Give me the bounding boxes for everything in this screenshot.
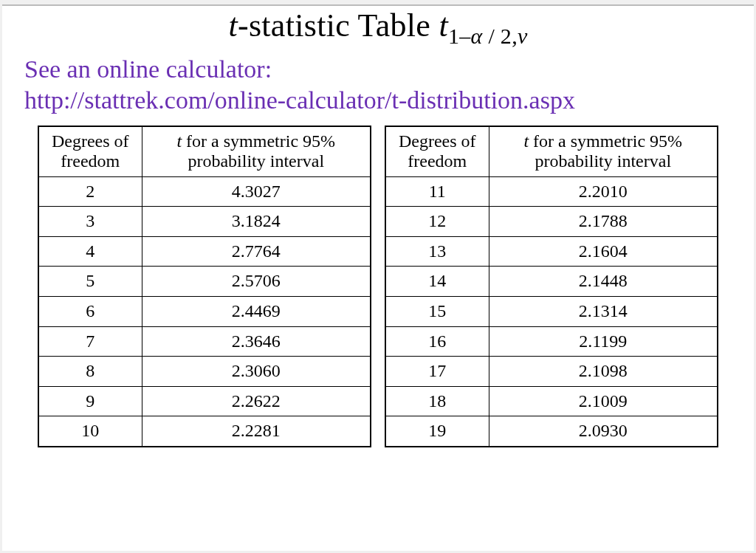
table-row: 112.2010 bbox=[385, 176, 718, 207]
table-row: 162.1199 bbox=[385, 326, 718, 357]
table-row: 33.1824 bbox=[38, 207, 371, 237]
table-row: 122.1788 bbox=[385, 207, 718, 237]
table-row: 62.4469 bbox=[38, 297, 371, 327]
cell-degrees-of-freedom: 13 bbox=[385, 236, 489, 267]
cell-degrees-of-freedom: 19 bbox=[385, 416, 489, 447]
cell-t-value: 2.1199 bbox=[489, 326, 718, 357]
cell-t-value: 3.1824 bbox=[142, 207, 371, 237]
cell-degrees-of-freedom: 3 bbox=[38, 207, 142, 237]
cell-t-value: 2.1604 bbox=[489, 236, 718, 267]
t-table-right: Degrees offreedom t for a symmetric 95%p… bbox=[385, 126, 718, 448]
cell-degrees-of-freedom: 12 bbox=[385, 207, 489, 237]
table-row: 72.3646 bbox=[38, 326, 371, 357]
t-table-right-body: 112.2010122.1788132.1604142.1448152.1314… bbox=[385, 176, 718, 447]
table-row: 24.3027 bbox=[38, 176, 371, 207]
cell-degrees-of-freedom: 16 bbox=[385, 326, 489, 357]
cell-t-value: 2.4469 bbox=[142, 297, 371, 327]
title-subscript: 1–α / 2,v bbox=[448, 24, 528, 48]
calculator-url[interactable]: http://stattrek.com/online-calculator/t-… bbox=[24, 85, 732, 117]
header-degrees-of-freedom: Degrees offreedom bbox=[385, 126, 489, 177]
cell-t-value: 2.1314 bbox=[489, 297, 718, 327]
cell-t-value: 2.1448 bbox=[489, 267, 718, 297]
table-row: 192.0930 bbox=[385, 416, 718, 447]
document-page: t-statistic Table t1–α / 2,v See an onli… bbox=[2, 4, 754, 551]
cell-degrees-of-freedom: 6 bbox=[38, 297, 142, 327]
title-symbol-t: t bbox=[439, 7, 448, 44]
cell-t-value: 4.3027 bbox=[142, 176, 371, 207]
cell-degrees-of-freedom: 18 bbox=[385, 386, 489, 416]
table-row: 152.1314 bbox=[385, 297, 718, 327]
table-row: 182.1009 bbox=[385, 386, 718, 416]
table-row: 42.7764 bbox=[38, 236, 371, 267]
cell-t-value: 2.1788 bbox=[489, 207, 718, 237]
table-row: 102.2281 bbox=[38, 416, 371, 447]
cell-degrees-of-freedom: 7 bbox=[38, 326, 142, 357]
title-italic-t: t bbox=[228, 7, 238, 44]
t-table-left-body: 24.302733.182442.776452.570662.446972.36… bbox=[38, 176, 371, 447]
t-table-left: Degrees offreedom t for a symmetric 95%p… bbox=[38, 126, 371, 448]
table-row: 142.1448 bbox=[385, 267, 718, 297]
intro-block: See an online calculator: http://stattre… bbox=[24, 54, 732, 117]
page-title: t-statistic Table t1–α / 2,v bbox=[24, 7, 732, 49]
table-row: 52.5706 bbox=[38, 267, 371, 297]
cell-degrees-of-freedom: 15 bbox=[385, 297, 489, 327]
cell-t-value: 2.1009 bbox=[489, 386, 718, 416]
cell-t-value: 2.0930 bbox=[489, 416, 718, 447]
cell-t-value: 2.5706 bbox=[142, 267, 371, 297]
cell-degrees-of-freedom: 4 bbox=[38, 236, 142, 267]
table-row: 172.1098 bbox=[385, 357, 718, 387]
cell-degrees-of-freedom: 2 bbox=[38, 176, 142, 207]
cell-degrees-of-freedom: 10 bbox=[38, 416, 142, 447]
cell-degrees-of-freedom: 8 bbox=[38, 357, 142, 387]
cell-t-value: 2.2010 bbox=[489, 176, 718, 207]
see-online-text: See an online calculator: bbox=[24, 54, 732, 86]
cell-degrees-of-freedom: 14 bbox=[385, 267, 489, 297]
cell-t-value: 2.7764 bbox=[142, 236, 371, 267]
cell-degrees-of-freedom: 9 bbox=[38, 386, 142, 416]
title-main: -statistic Table bbox=[238, 7, 439, 44]
cell-t-value: 2.2281 bbox=[142, 416, 371, 447]
header-degrees-of-freedom: Degrees offreedom bbox=[38, 126, 142, 177]
tables-container: Degrees offreedom t for a symmetric 95%p… bbox=[38, 126, 718, 448]
cell-degrees-of-freedom: 17 bbox=[385, 357, 489, 387]
table-header-row: Degrees offreedom t for a symmetric 95%p… bbox=[38, 126, 371, 177]
cell-t-value: 2.3646 bbox=[142, 326, 371, 357]
cell-t-value: 2.1098 bbox=[489, 357, 718, 387]
cell-t-value: 2.2622 bbox=[142, 386, 371, 416]
table-header-row: Degrees offreedom t for a symmetric 95%p… bbox=[385, 126, 718, 177]
header-t-value: t for a symmetric 95%probability interva… bbox=[489, 126, 718, 177]
cell-degrees-of-freedom: 11 bbox=[385, 176, 489, 207]
cell-degrees-of-freedom: 5 bbox=[38, 267, 142, 297]
cell-t-value: 2.3060 bbox=[142, 357, 371, 387]
header-t-value: t for a symmetric 95%probability interva… bbox=[142, 126, 371, 177]
table-row: 132.1604 bbox=[385, 236, 718, 267]
table-row: 82.3060 bbox=[38, 357, 371, 387]
table-row: 92.2622 bbox=[38, 386, 371, 416]
